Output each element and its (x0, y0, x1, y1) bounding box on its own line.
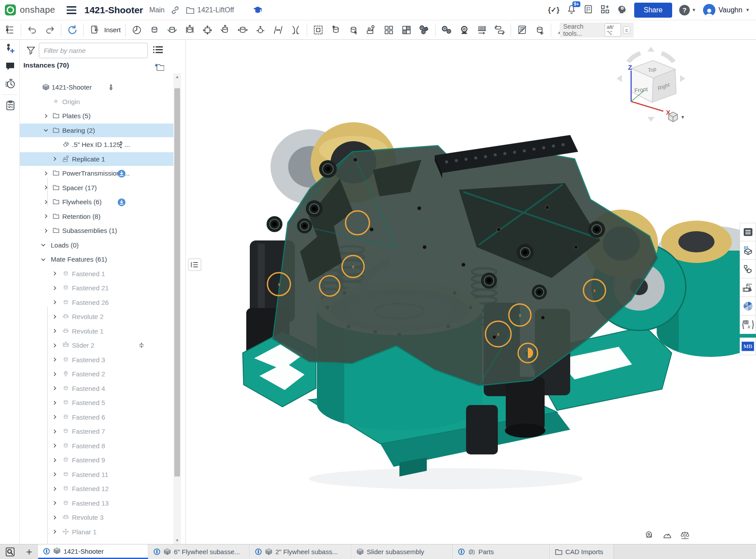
tree-item-replicate-1[interactable]: Replicate 1 (20, 152, 173, 166)
menu-icon[interactable] (117, 141, 125, 149)
sprocket-relation-button[interactable] (457, 23, 472, 38)
clock-button[interactable] (129, 23, 144, 38)
tab-parts[interactable]: Parts (453, 544, 550, 559)
tree-item-fastened-21[interactable]: Fastened 21 (20, 281, 173, 295)
apps-grid-icon[interactable] (600, 4, 610, 16)
mass-properties-icon[interactable] (680, 530, 690, 542)
view-mode-selector[interactable]: ▼ (668, 111, 685, 123)
help-icon[interactable]: ? (679, 5, 690, 15)
tree-item-flywheels-6[interactable]: Flywheels (6) (20, 195, 173, 209)
tree-item-fastened-6[interactable]: Fastened 6 (20, 410, 173, 424)
chevron-right-icon[interactable] (52, 385, 58, 391)
chevron-right-icon[interactable] (52, 514, 58, 521)
onshape-logo[interactable]: onshape (4, 4, 55, 16)
chevron-right-icon[interactable] (52, 342, 58, 349)
link-icon[interactable] (171, 6, 180, 15)
chevron-right-icon[interactable] (52, 471, 58, 477)
scroll-down-icon[interactable]: ▼ (173, 538, 181, 543)
tree-item-retention-8[interactable]: Retention (8) (20, 210, 173, 223)
chevron-right-icon[interactable] (43, 113, 49, 119)
tree-item-fastened-5[interactable]: Fastened 5 (20, 396, 173, 409)
tree-item-slider-2[interactable]: Slider 2 (20, 338, 173, 352)
belt-relation-button[interactable] (492, 23, 507, 38)
chevron-right-icon[interactable] (52, 500, 58, 506)
chevron-right-icon[interactable] (43, 199, 49, 205)
chevron-right-icon[interactable] (43, 228, 49, 234)
chevron-down-icon[interactable] (40, 256, 46, 263)
history-icon[interactable] (0, 75, 20, 93)
tree-item-fastened-2[interactable]: Fastened 2 (20, 367, 173, 381)
ball-mate-button[interactable] (253, 23, 268, 38)
tape-measure-icon[interactable] (645, 530, 654, 542)
chevron-right-icon[interactable] (52, 328, 58, 334)
search-tabs-button[interactable] (0, 544, 20, 559)
chevron-right-icon[interactable] (43, 184, 49, 191)
parallel-mate-button[interactable] (271, 23, 286, 38)
chevron-right-icon[interactable] (52, 156, 58, 162)
tree-item-fastened-13[interactable]: Fastened 13 (20, 496, 173, 510)
chevron-right-icon[interactable] (52, 356, 58, 363)
sidebar-scrollbar[interactable]: ▲ ▼ (173, 73, 181, 544)
bom-list-icon[interactable] (740, 223, 756, 241)
tree-item-fastened-7[interactable]: Fastened 7 (20, 424, 173, 438)
tree-item-loads-0[interactable]: Loads (0) (20, 238, 173, 252)
tree-item-bearing-2[interactable]: Bearing (2) (20, 124, 173, 137)
slider-mate-button[interactable] (182, 23, 197, 38)
limits-icon[interactable] (138, 341, 146, 349)
tree-item-fastened-1[interactable]: Fastened 1 (20, 267, 173, 281)
pin-slot-mate-button[interactable] (235, 23, 250, 38)
gear-relation-button[interactable] (439, 23, 454, 38)
search-tools-box[interactable]: Search tools... alt/⌥ c (560, 23, 634, 38)
education-icon[interactable] (252, 5, 263, 15)
workspace-name[interactable]: Main (149, 6, 165, 14)
tree-item-fastened-8[interactable]: Fastened 8 (20, 439, 173, 453)
display-states-button[interactable] (515, 23, 530, 38)
variables-fx-icon[interactable]: x (740, 315, 756, 334)
tasks-icon[interactable] (0, 97, 20, 114)
tab-2-flywheel-subass[interactable]: 2" Flywheel subass... (250, 544, 351, 559)
chevron-right-icon[interactable] (52, 371, 58, 377)
ai-assistant-icon[interactable] (617, 4, 627, 16)
chevron-right-icon[interactable] (52, 400, 58, 406)
scroll-up-icon[interactable]: ▲ (173, 75, 181, 79)
tree-item-fastened-3[interactable]: Fastened 3 (20, 353, 173, 367)
create-version-icon[interactable] (0, 40, 20, 57)
add-tab-button[interactable]: + (20, 544, 38, 559)
tree-item-revolute-3[interactable]: Revolute 3 (20, 510, 173, 524)
chevron-right-icon[interactable] (43, 213, 49, 219)
chevron-right-icon[interactable] (52, 486, 58, 492)
chevron-right-icon[interactable] (52, 529, 58, 535)
undo-button[interactable] (25, 23, 40, 38)
chevron-right-icon[interactable] (52, 414, 58, 420)
tree-item-fastened-11[interactable]: Fastened 11 (20, 468, 173, 481)
tree-item-subassemblies-1[interactable]: Subassemblies (1) (20, 224, 173, 237)
rack-relation-button[interactable] (474, 23, 489, 38)
tasks-icon[interactable] (583, 4, 593, 16)
snap-mode-button[interactable] (288, 23, 303, 38)
chevron-right-icon[interactable] (43, 170, 49, 176)
tree-item-origin[interactable]: Origin (20, 95, 173, 109)
tab-1421-shooter[interactable]: 1421-Shooter (38, 544, 148, 559)
tree-item-5-hex-id-1-125[interactable]: .5" Hex ID 1.125" ... (20, 138, 173, 151)
section-add-button[interactable] (532, 23, 547, 38)
tree-item-fastened-26[interactable]: Fastened 26 (20, 296, 173, 309)
tree-item-fastened-9[interactable]: Fastened 9 (20, 453, 173, 467)
tab-slider-subassembly[interactable]: Slider subassembly (351, 544, 453, 559)
chevron-right-icon[interactable] (52, 457, 58, 463)
feature-list-flyout-button[interactable] (188, 259, 201, 271)
comments-icon[interactable] (0, 57, 20, 75)
tree-item-mate-features-61[interactable]: Mate Features (61) (20, 252, 173, 266)
tree-item-spacer-17[interactable]: Spacer (17) (20, 181, 173, 195)
tab-6-flywheel-subasse[interactable]: 6" Flywheel subasse... (148, 544, 250, 559)
tree-item-planar-1[interactable]: Planar 1 (20, 525, 173, 539)
fixed-icon[interactable] (107, 83, 115, 91)
tree-item-fastened-4[interactable]: Fastened 4 (20, 382, 173, 395)
tree-item-fastened-12[interactable]: Fastened 12 (20, 482, 173, 495)
pattern-button[interactable] (381, 23, 396, 38)
quarter-pattern-button[interactable] (399, 23, 414, 38)
user-menu[interactable]: Vaughn ▼ (703, 4, 750, 16)
custom-features-icon[interactable] (740, 260, 756, 278)
revolute-mate-button[interactable] (165, 23, 180, 38)
assembly-tree-button[interactable] (2, 23, 17, 38)
chevron-right-icon[interactable] (52, 299, 58, 305)
